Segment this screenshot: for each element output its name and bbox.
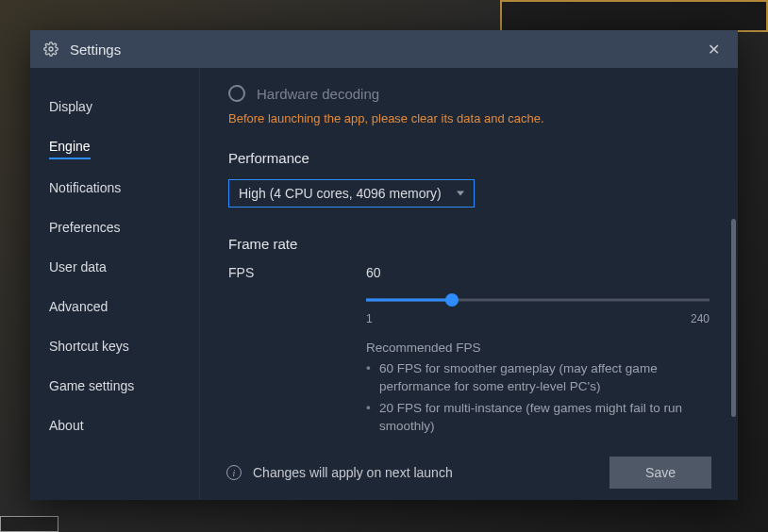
recommended-list: 60 FPS for smoother gameplay (may affect… [366, 360, 710, 436]
window-title: Settings [70, 42, 702, 58]
list-item: 60 FPS for smoother gameplay (may affect… [379, 360, 710, 396]
hardware-decoding-radio[interactable]: Hardware decoding [228, 85, 710, 102]
list-item: 20 FPS for multi-instance (few games mig… [379, 400, 710, 436]
sidebar-item-label: Preferences [49, 220, 120, 239]
sidebar-item-label: Notifications [49, 180, 121, 199]
content-pane: Hardware decoding Before launching the a… [200, 68, 738, 500]
scrollbar-thumb[interactable] [731, 219, 736, 417]
radio-icon [228, 85, 245, 102]
select-value: High (4 CPU cores, 4096 memory) [239, 186, 442, 201]
sidebar-item-label: Shortcut keys [49, 339, 129, 357]
sidebar-item-label: Game settings [49, 378, 134, 397]
sidebar-item-user-data[interactable]: User data [30, 249, 199, 289]
sidebar-item-preferences[interactable]: Preferences [30, 209, 199, 249]
sidebar-item-label: User data [49, 259, 107, 278]
fps-label: FPS [228, 265, 366, 280]
modal-body: Display Engine Notifications Preferences… [30, 68, 738, 500]
slider-thumb[interactable] [445, 293, 459, 307]
sidebar-item-label: Engine [49, 139, 91, 159]
sidebar-item-advanced[interactable]: Advanced [30, 289, 199, 328]
sidebar-item-label: Display [49, 99, 92, 118]
sidebar: Display Engine Notifications Preferences… [30, 68, 200, 500]
sidebar-item-game-settings[interactable]: Game settings [30, 368, 199, 407]
fps-value: 60 [366, 265, 710, 280]
sidebar-item-notifications[interactable]: Notifications [30, 170, 199, 209]
settings-modal: Settings ✕ Display Engine Notifications … [30, 30, 738, 500]
sidebar-item-display[interactable]: Display [30, 89, 199, 128]
save-button[interactable]: Save [609, 457, 711, 489]
fps-min-label: 1 [366, 312, 373, 325]
footer-notice: Changes will apply on next launch [253, 465, 598, 480]
scroll-area: Hardware decoding Before launching the a… [200, 68, 738, 445]
performance-title: Performance [228, 150, 710, 166]
footer: i Changes will apply on next launch Save [200, 445, 738, 500]
sidebar-item-about[interactable]: About [30, 407, 199, 447]
performance-select[interactable]: High (4 CPU cores, 4096 memory) [228, 179, 475, 208]
info-icon: i [226, 465, 242, 480]
svg-point-0 [49, 47, 53, 51]
fps-max-label: 240 [691, 312, 710, 325]
sidebar-item-label: Advanced [49, 299, 108, 318]
sidebar-item-engine[interactable]: Engine [30, 128, 199, 170]
chevron-down-icon [457, 191, 464, 196]
scrollbar[interactable] [731, 87, 736, 434]
slider-fill [366, 299, 452, 302]
fps-slider[interactable] [366, 293, 710, 307]
cache-warning-text: Before launching the app, please clear i… [228, 111, 710, 125]
radio-label: Hardware decoding [257, 86, 379, 102]
sidebar-item-shortcut-keys[interactable]: Shortcut keys [30, 328, 199, 368]
titlebar: Settings ✕ [30, 30, 738, 68]
gear-icon [43, 42, 58, 57]
sidebar-item-label: About [49, 418, 84, 437]
frame-rate-title: Frame rate [228, 236, 710, 252]
recommended-title: Recommended FPS [366, 341, 710, 355]
close-icon[interactable]: ✕ [702, 38, 725, 60]
